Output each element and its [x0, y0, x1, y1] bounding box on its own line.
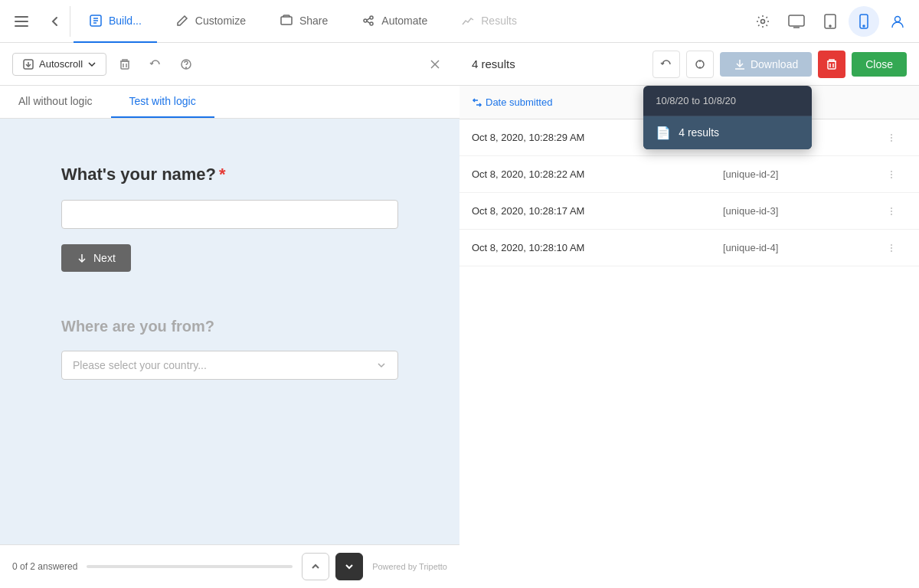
- scroll-up-button[interactable]: [302, 553, 329, 580]
- nav-tab-build-label: Build...: [109, 15, 142, 27]
- svg-point-10: [370, 22, 373, 25]
- hamburger-menu[interactable]: [6, 6, 37, 37]
- results-count: 4 results: [472, 57, 646, 70]
- svg-rect-1: [15, 21, 28, 22]
- dropdown-option-results[interactable]: 📄 4 results: [643, 116, 812, 149]
- progress-bar-container: [87, 565, 293, 568]
- table-row[interactable]: Oct 8, 2020, 10:28:17 AM [unique-id-3]: [460, 193, 919, 230]
- arrow-down-nav-icon: [345, 562, 354, 571]
- cell-date-3: Oct 8, 2020, 10:28:17 AM: [472, 205, 723, 217]
- svg-point-42: [891, 177, 892, 178]
- back-button[interactable]: [40, 6, 70, 37]
- menu-dots-icon: [885, 205, 898, 217]
- nav-tab-share-label: Share: [299, 15, 328, 27]
- svg-point-25: [186, 67, 187, 68]
- download-button[interactable]: Download: [720, 52, 812, 77]
- right-panel: 4 results Download: [460, 43, 919, 588]
- user-icon[interactable]: [882, 6, 913, 37]
- nav-arrows: [302, 553, 363, 580]
- svg-point-13: [761, 19, 765, 23]
- svg-point-48: [891, 250, 892, 252]
- nav-tab-automate-label: Automate: [381, 15, 427, 27]
- svg-point-37: [891, 134, 892, 136]
- svg-rect-2: [15, 25, 28, 27]
- nav-tab-build[interactable]: Build...: [74, 0, 157, 43]
- cell-id-3: [unique-id-3]: [723, 205, 876, 217]
- form-content: What's your name?* Next Where are you fr…: [0, 119, 460, 544]
- svg-rect-7: [281, 17, 292, 24]
- filter-button[interactable]: [686, 51, 714, 78]
- table-row[interactable]: Oct 8, 2020, 10:28:22 AM [unique-id-2]: [460, 156, 919, 193]
- powered-by-text: Powered by Tripetto: [372, 562, 447, 571]
- svg-point-43: [891, 207, 892, 209]
- cell-id-2: [unique-id-2]: [723, 168, 876, 180]
- svg-rect-34: [828, 61, 836, 69]
- svg-point-44: [891, 211, 892, 212]
- close-left-toolbar-button[interactable]: [423, 52, 447, 77]
- tablet-view-icon[interactable]: [815, 6, 845, 37]
- help-icon[interactable]: [174, 52, 198, 77]
- tab-test-with-logic[interactable]: Test with logic: [111, 86, 214, 118]
- cell-date-4: Oct 8, 2020, 10:28:10 AM: [472, 242, 723, 253]
- question2-label: Where are you from?: [61, 318, 398, 335]
- download-container: Download 10/8/20 to 10/8/20 📄 4 results: [720, 52, 812, 77]
- country-select[interactable]: Please select your country...: [61, 351, 398, 380]
- svg-point-19: [863, 25, 865, 27]
- chevron-down-icon: [87, 60, 96, 69]
- question1-label: What's your name?*: [61, 165, 398, 185]
- autoscroll-label: Autoscroll: [39, 58, 83, 70]
- name-input[interactable]: [61, 200, 398, 229]
- sort-icon: [472, 97, 482, 108]
- select-chevron-icon: [376, 360, 387, 371]
- settings-icon[interactable]: [747, 6, 778, 37]
- nav-tab-share[interactable]: Share: [264, 0, 343, 43]
- refresh-results-button[interactable]: [652, 51, 680, 78]
- download-icon: [734, 58, 746, 70]
- menu-dots-icon: [885, 242, 898, 254]
- svg-point-46: [891, 244, 892, 246]
- svg-point-39: [891, 140, 892, 142]
- close-results-button[interactable]: Close: [852, 52, 907, 77]
- top-navigation: Build... Customize Share Automate Result…: [0, 0, 919, 43]
- svg-point-47: [891, 247, 892, 249]
- nav-tab-results[interactable]: Results: [446, 0, 532, 43]
- left-panel: Autoscroll: [0, 43, 460, 588]
- svg-point-38: [891, 137, 892, 139]
- nav-tab-customize-label: Customize: [195, 15, 246, 27]
- right-toolbar: 4 results Download: [460, 43, 919, 86]
- country-placeholder: Please select your country...: [73, 359, 207, 371]
- row-menu-2[interactable]: [876, 168, 907, 181]
- nav-tab-customize[interactable]: Customize: [160, 0, 261, 43]
- desktop-view-icon[interactable]: [781, 6, 812, 37]
- next-button[interactable]: Next: [61, 244, 131, 272]
- arrow-down-icon: [77, 253, 87, 263]
- svg-rect-14: [789, 15, 804, 26]
- trash-results-icon: [826, 58, 838, 70]
- svg-point-40: [891, 171, 892, 172]
- dropdown-date-range: 10/8/20 to 10/8/20: [643, 86, 812, 116]
- row-menu-1[interactable]: [876, 132, 907, 144]
- mobile-view-icon[interactable]: [849, 6, 879, 37]
- delete-button[interactable]: [818, 51, 845, 78]
- svg-rect-0: [15, 16, 28, 18]
- trash-icon[interactable]: [113, 52, 137, 77]
- results-table: Oct 8, 2020, 10:28:29 AM [unique-id-1] O…: [460, 119, 919, 588]
- refresh-icon[interactable]: [143, 52, 168, 77]
- row-menu-3[interactable]: [876, 205, 907, 217]
- svg-point-41: [891, 174, 892, 175]
- required-star: *: [219, 165, 226, 184]
- autoscroll-button[interactable]: Autoscroll: [12, 53, 106, 76]
- svg-rect-23: [121, 61, 129, 69]
- nav-tab-automate[interactable]: Automate: [346, 0, 443, 43]
- menu-dots-icon: [885, 132, 898, 144]
- svg-line-12: [367, 21, 370, 23]
- scroll-down-button[interactable]: [335, 553, 363, 580]
- row-menu-4[interactable]: [876, 242, 907, 254]
- download-dropdown: 10/8/20 to 10/8/20 📄 4 results: [643, 86, 812, 149]
- svg-point-45: [891, 214, 892, 215]
- svg-point-8: [364, 19, 367, 22]
- progress-text: 0 of 2 answered: [12, 561, 77, 572]
- menu-dots-icon: [885, 168, 898, 181]
- table-row[interactable]: Oct 8, 2020, 10:28:10 AM [unique-id-4]: [460, 230, 919, 266]
- tab-all-without-logic[interactable]: All without logic: [0, 86, 111, 118]
